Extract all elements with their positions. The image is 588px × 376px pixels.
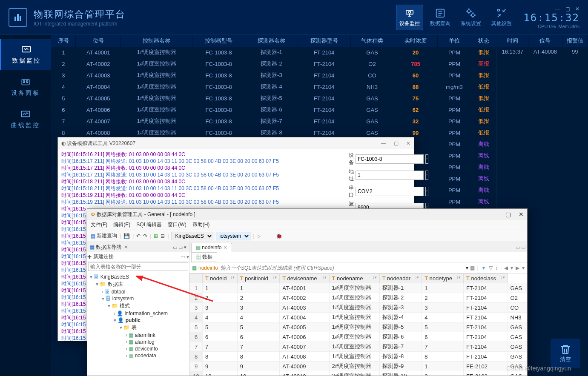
header-btn-tools[interactable]: 其他设置 — [488, 5, 515, 30]
grid-row[interactable]: 111AT-400011#调度室控制器探测器-11FT-2104GAS — [190, 283, 527, 293]
sql-filter-input[interactable] — [220, 264, 464, 272]
device-select[interactable] — [356, 154, 424, 164]
tree-node[interactable]: › 👤 information_schem — [90, 310, 186, 317]
grid-row[interactable]: 555AT-400051#调度室控制器探测器-55FT-2104GAS — [190, 322, 527, 332]
new-query-button[interactable]: ▤新建查询 — [91, 232, 117, 239]
bug-icon[interactable]: 🐞 — [276, 233, 282, 239]
log-line: 时间[16:15:17 211] 网络发送: 01 03 10 00 14 03… — [61, 171, 342, 178]
dropdown-icon[interactable]: ▾ — [466, 265, 468, 271]
debug-titlebar[interactable]: ◐ 设备模拟调试工具 V20220607 —▢✕ — [58, 137, 414, 149]
close-icon[interactable]: ✕ — [519, 211, 524, 218]
minimize-icon[interactable]: — — [492, 211, 498, 218]
new-connection-button[interactable]: ✚新建连接▭ ▾ — [87, 252, 189, 262]
sort-icon[interactable]: ↕ — [495, 265, 498, 271]
dropdown-icon[interactable]: ▾ — [425, 154, 428, 164]
editor-tab[interactable]: ▦ nodeinfo ✕ — [191, 243, 232, 252]
filter-off-icon[interactable]: ▽ — [489, 265, 493, 271]
commit-icon[interactable]: ⊞ — [154, 233, 158, 239]
maximize-icon[interactable]: ▢ — [394, 140, 399, 146]
table-row[interactable]: 5AT-400051#调度室控制器FC-1003-8探测器-5FT-2104GA… — [51, 93, 496, 104]
close-icon[interactable]: ✕ — [124, 244, 128, 250]
schema-select[interactable]: iotsystem — [216, 232, 250, 240]
tree-search-input[interactable] — [88, 262, 188, 271]
tree-node[interactable]: ▾ 🗄 KingBaseES — [90, 273, 186, 280]
db-select[interactable]: KingBaseES — [172, 232, 213, 240]
tree-node[interactable]: › ▦ alarmlog — [90, 339, 186, 345]
data-grid[interactable]: T nodeid ↕▾T positionid ↕▾T devicename ↕… — [189, 273, 527, 376]
gear-icon — [465, 7, 477, 19]
db-tree[interactable]: ▾ 🗄 KingBaseES▾ 📁 数据库› 🗄 dbtool▾ 🗄 iotsy… — [87, 272, 189, 361]
filter-icon[interactable]: ▼ — [481, 265, 486, 271]
table-row[interactable]: 6AT-400061#调度室控制器FC-1003-8探测器-6FT-2104GA… — [51, 104, 496, 116]
run-icon[interactable]: ▷ — [257, 233, 261, 239]
tree-node[interactable]: ▾ 📁 模式 — [90, 302, 186, 310]
tree-node[interactable]: › ▦ deviceinfo — [90, 345, 186, 352]
next-icon[interactable]: ▶ — [516, 265, 519, 271]
tree-node[interactable]: ▾ 📁 表 — [90, 324, 186, 332]
col-header: 探测器型号 — [298, 35, 350, 47]
sidebar-item-2[interactable]: 曲线监控 — [0, 104, 51, 134]
table-row[interactable]: 4AT-400041#调度室控制器FC-1003-8探测器-4FT-2104NH… — [51, 81, 496, 93]
db-window[interactable]: ⚙ 数据库对象管理工具 - General - [ nodeinfo ] —▢✕… — [87, 208, 528, 376]
tree-node[interactable]: › ▦ nodedata — [90, 352, 186, 359]
grid-row[interactable]: 444AT-400041#调度室控制器探测器-44FT-2104NH3 — [190, 313, 527, 322]
sidebar-item-0[interactable]: 数据监控 — [0, 39, 51, 70]
log-line: 时间[16:15:19 211] 网络发送: 01 03 10 00 14 03… — [61, 199, 342, 205]
sidebar-item-1[interactable]: 设备面板 — [0, 71, 51, 102]
tree-node[interactable]: ▾ 🗄 iotsystem — [90, 295, 186, 302]
minimize-icon[interactable]: — — [381, 140, 386, 146]
grid-row[interactable]: 777AT-400071#调度室控制器探测器-77FT-2104GAS — [190, 342, 527, 352]
col-header[interactable]: T nodetype ↕▾ — [422, 274, 464, 283]
header-btn-monitor[interactable]: 设备监控 — [396, 5, 423, 30]
header-btn-gear[interactable]: 系统设置 — [457, 5, 485, 30]
data-tab[interactable]: ▦ 数据 — [191, 252, 217, 262]
grid-row[interactable]: 666AT-400061#调度室控制器探测器-66FT-2104GAS — [190, 332, 527, 342]
port-select[interactable] — [356, 187, 424, 196]
grid-row[interactable]: 101010AT-400102#调度室控制器探测器-102FE-2102GAS — [190, 371, 527, 376]
tree-node[interactable]: › 🗄 dbtool — [90, 288, 186, 295]
grid-icon: ▦ — [196, 254, 201, 260]
app-subtitle: IOT integrated management platform — [34, 21, 126, 27]
rollback-icon[interactable]: ⊟ — [161, 233, 165, 239]
menu-item[interactable]: 文件(F) — [91, 221, 107, 228]
window-controls[interactable]: —▢✕ — [523, 6, 579, 12]
menu-item[interactable]: 窗口(W) — [168, 221, 186, 228]
col-header[interactable]: T nodeid ↕▾ — [203, 274, 238, 283]
db-menubar[interactable]: 文件(F)编辑(E)SQL编辑器窗口(W)帮助(H) — [87, 220, 527, 230]
db-title: 数据库对象管理工具 - General - [ nodeinfo ] — [97, 211, 195, 218]
col-header: 位号 — [76, 35, 121, 47]
table-row[interactable]: 7AT-400071#调度室控制器FC-1003-8探测器-7FT-2104GA… — [51, 116, 496, 127]
tree-node[interactable]: ▾ 👤 public — [90, 317, 186, 324]
db-titlebar[interactable]: ⚙ 数据库对象管理工具 - General - [ nodeinfo ] —▢✕ — [87, 209, 527, 220]
header-btn-query[interactable]: 数据查询 — [427, 5, 454, 30]
table-row[interactable]: 2AT-400021#调度室控制器FC-1003-8探测器-2FT-2104O2… — [51, 58, 496, 70]
col-header[interactable]: T devicename ↕▾ — [280, 274, 329, 283]
alarm-row[interactable]: 16:13:37AT-4000899 — [497, 47, 588, 57]
col-header[interactable]: T nodeaddr ↕▾ — [379, 274, 422, 283]
panel-icon[interactable]: ▦ — [470, 265, 475, 271]
undo-icon[interactable]: ↶ — [136, 233, 141, 239]
grid-row[interactable]: 999AT-400092#调度室控制器探测器-91FE-2102GAS — [190, 362, 527, 371]
close-icon[interactable]: ✕ — [406, 140, 410, 146]
clear-button[interactable]: 清空 — [551, 339, 580, 368]
tree-node[interactable]: ▾ 📁 数据库 — [90, 280, 186, 288]
grid-row[interactable]: 333AT-400031#调度室控制器探测器-33FT-2104CO — [190, 303, 527, 313]
maximize-icon[interactable]: ▢ — [505, 211, 511, 218]
addr-input[interactable] — [356, 171, 424, 180]
table-row[interactable]: 1AT-400011#调度室控制器FC-1003-8探测器-1FT-2104GA… — [51, 47, 496, 58]
dropdown-icon[interactable]: ▾ — [425, 171, 428, 180]
col-header[interactable]: T nodeclass ↕▾ — [464, 274, 508, 283]
grid-row[interactable]: 888AT-400081#调度室控制器探测器-88FT-2104GAS — [190, 352, 527, 362]
menu-item[interactable]: SQL编辑器 — [136, 221, 162, 228]
save-icon[interactable]: 💾 — [123, 233, 130, 239]
grid-row[interactable]: 222AT-400021#调度室控制器探测器-22FT-2104O2 — [190, 293, 527, 303]
redo-icon[interactable]: ↷ — [143, 233, 147, 239]
menu-item[interactable]: 帮助(H) — [192, 221, 210, 228]
menu-item[interactable]: 编辑(E) — [113, 221, 130, 228]
dropdown-icon[interactable]: ▾ — [425, 187, 428, 196]
prev-icon[interactable]: ◀ — [504, 265, 508, 271]
table-row[interactable]: 3AT-400031#调度室控制器FC-1003-8探测器-3FT-2104CO… — [51, 70, 496, 81]
col-header[interactable]: T positionid ↕▾ — [237, 274, 279, 283]
col-header[interactable]: T nodename ↕▾ — [329, 274, 379, 283]
tree-node[interactable]: › ▦ alarmlink — [90, 332, 186, 339]
